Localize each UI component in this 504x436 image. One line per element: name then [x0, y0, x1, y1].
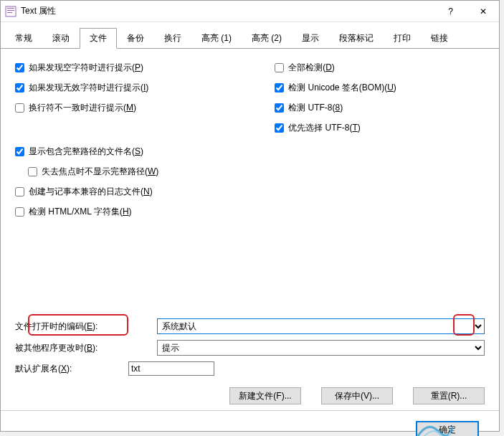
bottom-form: 文件打开时的编码(E): 系统默认 被其他程序更改时(B): 提示 默认扩展名(… — [1, 318, 499, 376]
tab-0[interactable]: 常规 — [5, 28, 42, 48]
tab-content: 如果发现空字符时进行提示(P)如果发现无效字符时进行提示(I)换行符不一致时进行… — [1, 49, 499, 225]
left-check-6[interactable]: 创建与记事本兼容的日志文件(N) — [15, 186, 246, 198]
ext-input[interactable] — [128, 361, 214, 376]
newfile-button[interactable]: 新建文件(F)... — [229, 387, 301, 404]
ok-row: 确定 — [1, 411, 499, 436]
left-checkbox-7[interactable] — [15, 207, 24, 217]
close-button[interactable]: ✕ — [467, 1, 499, 22]
right-check-0[interactable]: 全部检测(D) — [275, 62, 485, 74]
left-column: 如果发现空字符时进行提示(P)如果发现无效字符时进行提示(I)换行符不一致时进行… — [15, 62, 246, 218]
left-checkbox-4[interactable] — [15, 147, 24, 156]
dialog-title: Text 属性 — [21, 5, 434, 17]
tab-8[interactable]: 段落标记 — [329, 28, 384, 48]
reset-button[interactable]: 重置(R)... — [413, 387, 485, 404]
right-checkbox-3[interactable] — [275, 123, 284, 133]
tab-7[interactable]: 显示 — [292, 28, 329, 48]
saving-button[interactable]: 保存中(V)... — [321, 387, 393, 404]
left-checkbox-0[interactable] — [15, 63, 24, 72]
changed-label: 被其他程序更改时(B): — [15, 342, 157, 354]
changed-select[interactable]: 提示 — [157, 340, 485, 356]
left-check-0[interactable]: 如果发现空字符时进行提示(P) — [15, 62, 246, 74]
left-check-4[interactable]: 显示包含完整路径的文件名(S) — [15, 146, 246, 158]
left-checkbox-5[interactable] — [28, 167, 37, 176]
left-check-7[interactable]: 检测 HTML/XML 字符集(H) — [15, 206, 246, 218]
right-check-1[interactable]: 检测 Unicode 签名(BOM)(U) — [275, 82, 485, 94]
tab-3[interactable]: 备份 — [117, 28, 154, 48]
right-column: 全部检测(D)检测 Unicode 签名(BOM)(U)检测 UTF-8(8)优… — [275, 62, 485, 218]
ext-label: 默认扩展名(X): — [15, 363, 128, 375]
tab-10[interactable]: 链接 — [421, 28, 458, 48]
right-checkbox-0[interactable] — [275, 63, 284, 72]
left-check-2[interactable]: 换行符不一致时进行提示(M) — [15, 102, 246, 114]
right-check-2[interactable]: 检测 UTF-8(8) — [275, 102, 485, 114]
tabstrip: 常规滚动文件备份换行高亮 (1)高亮 (2)显示段落标记打印链接 — [1, 22, 499, 49]
right-checkbox-2[interactable] — [275, 103, 284, 113]
tab-9[interactable]: 打印 — [384, 28, 421, 48]
left-checkbox-2[interactable] — [15, 103, 24, 113]
encoding-label: 文件打开时的编码(E): — [15, 321, 157, 333]
help-button[interactable]: ? — [434, 1, 467, 22]
encoding-select[interactable]: 系统默认 — [157, 318, 485, 334]
right-checkbox-1[interactable] — [275, 83, 284, 93]
titlebar: Text 属性 ? ✕ — [1, 1, 499, 22]
left-checkbox-1[interactable] — [15, 83, 24, 93]
tab-4[interactable]: 换行 — [154, 28, 191, 48]
decoration-swirl — [413, 417, 456, 436]
encoding-row: 文件打开时的编码(E): 系统默认 — [15, 318, 485, 334]
tab-6[interactable]: 高亮 (2) — [242, 28, 292, 48]
left-checkbox-6[interactable] — [15, 187, 24, 196]
dialog-container: Text 属性 ? ✕ 常规滚动文件备份换行高亮 (1)高亮 (2)显示段落标记… — [0, 0, 500, 432]
left-check-1[interactable]: 如果发现无效字符时进行提示(I) — [15, 82, 246, 94]
right-check-3[interactable]: 优先选择 UTF-8(T) — [275, 122, 485, 134]
changed-row: 被其他程序更改时(B): 提示 — [15, 340, 485, 356]
close-icon: ✕ — [480, 6, 487, 16]
tab-5[interactable]: 高亮 (1) — [191, 28, 242, 48]
button-row: 新建文件(F)... 保存中(V)... 重置(R)... — [1, 382, 499, 410]
ext-row: 默认扩展名(X): — [15, 361, 485, 376]
tab-2[interactable]: 文件 — [80, 28, 117, 49]
left-check-5[interactable]: 失去焦点时不显示完整路径(W) — [28, 166, 246, 178]
help-icon: ? — [448, 6, 453, 16]
tab-1[interactable]: 滚动 — [42, 28, 80, 48]
app-icon — [5, 6, 16, 17]
